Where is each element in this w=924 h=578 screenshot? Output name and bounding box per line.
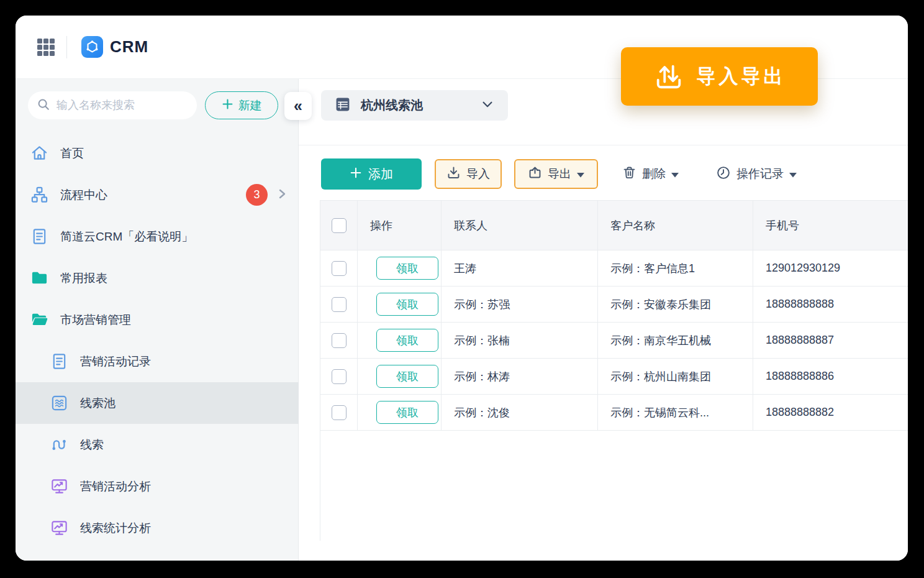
- workflow-icon: [30, 186, 48, 204]
- row-checkbox[interactable]: [332, 405, 346, 420]
- operation-records-label: 操作记录: [736, 166, 784, 182]
- header-divider: [299, 145, 908, 145]
- folder-open-icon: [30, 311, 48, 329]
- column-header-customer: 客户名称: [598, 201, 753, 250]
- chevron-down-icon: [481, 98, 494, 114]
- contact-cell: 示例：沈俊: [442, 395, 598, 430]
- new-button[interactable]: 新建: [205, 91, 278, 119]
- export-button-label: 导出: [548, 166, 571, 182]
- sidebar-item-label: 首页: [60, 145, 84, 162]
- caret-down-icon: [789, 167, 797, 181]
- sidebar-search[interactable]: [28, 91, 197, 119]
- download-icon: [446, 165, 461, 183]
- row-checkbox[interactable]: [332, 261, 346, 276]
- home-icon: [30, 144, 48, 163]
- search-icon: [37, 98, 50, 114]
- import-button-label: 导入: [466, 166, 490, 182]
- contact-cell: 示例：张楠: [442, 323, 598, 358]
- pool-icon: [50, 394, 68, 413]
- phone-cell: 18888888888: [753, 287, 908, 322]
- import-export-label: 导入导出: [697, 63, 786, 89]
- table-icon: [335, 96, 351, 115]
- contact-cell: 示例：苏强: [442, 287, 598, 322]
- table-row: 领取 示例：林涛 示例：杭州山南集团 18888888886: [320, 359, 908, 395]
- add-button-label: 添加: [368, 166, 393, 183]
- customer-cell: 示例：客户信息1: [598, 250, 753, 286]
- table-row: 领取 示例：沈俊 示例：无锡简云科... 18888888882: [320, 395, 908, 431]
- add-button[interactable]: 添加: [321, 158, 422, 190]
- phone-cell: 18888888886: [753, 359, 908, 394]
- table-row: 领取 示例：张楠 示例：南京华五机械 18888888887: [320, 323, 908, 359]
- sidebar-item-leads[interactable]: 线索: [16, 424, 299, 466]
- plus-icon: [350, 167, 362, 182]
- claim-button[interactable]: 领取: [376, 401, 438, 424]
- table-row: 领取 王涛 示例：客户信息1 129012930129: [320, 250, 908, 287]
- sidebar-item-lead-statistics-analysis[interactable]: 线索统计分析: [16, 507, 299, 549]
- sidebar-item-crm-guide[interactable]: 简道云CRM「必看说明」: [16, 216, 299, 257]
- operation-records-button[interactable]: 操作记录: [716, 159, 797, 189]
- select-all-checkbox[interactable]: [332, 218, 346, 233]
- sidebar-item-workflow-center[interactable]: 流程中心 3: [16, 174, 299, 216]
- row-checkbox[interactable]: [332, 369, 346, 384]
- pool-selector[interactable]: 杭州线索池: [321, 90, 508, 121]
- claim-button[interactable]: 领取: [376, 329, 438, 352]
- sidebar-item-label: 线索池: [80, 395, 116, 411]
- phone-cell: 129012930129: [753, 250, 908, 286]
- column-header-contact: 联系人: [442, 201, 598, 250]
- app-grid-icon[interactable]: [36, 37, 56, 57]
- column-header-phone: 手机号: [753, 201, 908, 250]
- claim-button[interactable]: 领取: [376, 365, 438, 388]
- lead-pool-table: 操作 联系人 客户名称 手机号 领取 王涛 示例：客户信息1 129012930…: [320, 200, 908, 431]
- contact-cell: 示例：林涛: [442, 359, 598, 394]
- sidebar-item-label: 市场营销管理: [60, 312, 131, 328]
- document-icon: [30, 227, 48, 246]
- notification-badge: 3: [246, 184, 268, 206]
- collapse-sidebar-button[interactable]: «: [284, 92, 312, 120]
- sidebar-item-marketing-activity-analysis[interactable]: 营销活动分析: [16, 466, 299, 507]
- sidebar-item-common-reports[interactable]: 常用报表: [16, 257, 299, 299]
- import-button[interactable]: 导入: [435, 159, 502, 189]
- customer-cell: 示例：杭州山南集团: [598, 359, 753, 394]
- delete-button[interactable]: 删除: [622, 159, 679, 189]
- search-input[interactable]: [57, 99, 181, 112]
- sidebar-item-marketing-activity-records[interactable]: 营销活动记录: [16, 341, 299, 382]
- app-title: CRM: [110, 36, 148, 58]
- import-export-floating-button[interactable]: 导入导出: [621, 47, 818, 106]
- new-button-label: 新建: [238, 98, 262, 114]
- sidebar-item-lead-pool[interactable]: 线索池: [16, 382, 299, 424]
- sidebar-item-marketing-management[interactable]: 市场营销管理: [16, 299, 299, 341]
- monitor-chart-icon: [50, 519, 68, 538]
- caret-down-icon: [577, 167, 584, 181]
- pool-selector-label: 杭州线索池: [361, 97, 423, 114]
- customer-cell: 示例：无锡简云科...: [598, 395, 753, 430]
- topbar-divider: [66, 36, 67, 58]
- clock-icon: [716, 165, 731, 183]
- table-row: 领取 示例：苏强 示例：安徽泰乐集团 18888888888: [320, 287, 908, 323]
- sidebar-item-label: 营销活动记录: [80, 354, 151, 370]
- sidebar-item-label: 线索: [80, 437, 104, 453]
- chevron-right-icon[interactable]: [276, 188, 288, 202]
- trash-icon: [622, 165, 636, 183]
- import-export-icon: [653, 60, 684, 93]
- export-button[interactable]: 导出: [514, 159, 598, 189]
- table-header-row: 操作 联系人 客户名称 手机号: [320, 201, 908, 250]
- crm-logo-icon[interactable]: [81, 36, 103, 58]
- route-icon: [50, 436, 68, 454]
- sidebar-item-label: 简道云CRM「必看说明」: [60, 229, 193, 245]
- sidebar-item-label: 流程中心: [60, 187, 107, 203]
- caret-down-icon: [671, 167, 679, 181]
- sidebar-item-home[interactable]: 首页: [16, 132, 299, 174]
- row-checkbox[interactable]: [332, 333, 346, 348]
- folder-icon: [30, 269, 48, 288]
- sidebar-item-label: 常用报表: [60, 270, 107, 287]
- upload-icon: [528, 165, 542, 183]
- main-area: 杭州线索池 添加 导入: [299, 79, 908, 561]
- customer-cell: 示例：南京华五机械: [598, 323, 753, 358]
- sidebar-nav: 首页 流程中心 3: [16, 132, 299, 549]
- claim-button[interactable]: 领取: [376, 257, 438, 280]
- customer-cell: 示例：安徽泰乐集团: [598, 287, 753, 322]
- claim-button[interactable]: 领取: [376, 293, 438, 316]
- delete-button-label: 删除: [642, 166, 666, 182]
- row-checkbox[interactable]: [332, 297, 346, 312]
- monitor-chart-icon: [50, 477, 68, 496]
